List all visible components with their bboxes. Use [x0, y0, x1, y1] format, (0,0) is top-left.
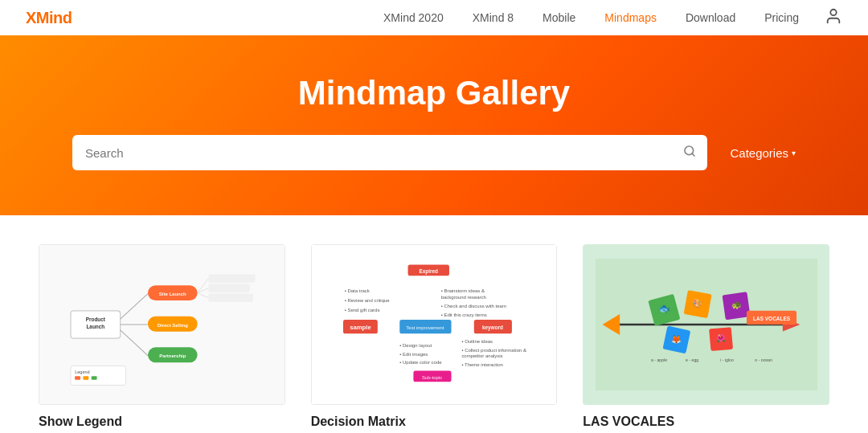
nav-item-xmind8[interactable]: XMind 8 — [473, 10, 514, 25]
svg-text:Launch: Launch — [87, 324, 105, 329]
svg-text:🐢: 🐢 — [731, 300, 741, 310]
svg-text:sample: sample — [350, 324, 371, 331]
card-thumb-show-legend: Product Launch Site Launch Direct Sellin… — [39, 244, 285, 405]
search-input[interactable] — [72, 135, 707, 170]
svg-text:🐟: 🐟 — [658, 302, 671, 314]
svg-text:Product: Product — [86, 317, 106, 322]
nav-item-download[interactable]: Download — [686, 10, 735, 25]
card-las-vocales[interactable]: 🐟 🎨 🐢 🦊 🌺 LAS VOCALES a - apple e - egg … — [583, 244, 829, 433]
svg-line-17 — [198, 293, 209, 298]
svg-rect-25 — [92, 376, 97, 379]
svg-text:🦊: 🦊 — [671, 334, 682, 345]
svg-text:• Data track: • Data track — [345, 288, 370, 293]
svg-text:a - apple: a - apple — [651, 357, 667, 362]
svg-text:🎨: 🎨 — [692, 298, 702, 308]
svg-text:• Collect product information : • Collect product information & — [461, 347, 526, 352]
svg-line-2 — [693, 153, 695, 156]
nav-item-pricing[interactable]: Pricing — [764, 10, 799, 25]
nav-links: XMind 2020 XMind 8 Mobile Mindmaps Downl… — [383, 10, 799, 25]
svg-text:• Design layout: • Design layout — [399, 343, 432, 348]
svg-rect-24 — [84, 376, 89, 379]
svg-text:competitor analysis: competitor analysis — [461, 353, 502, 358]
card-title-las-vocales: LAS VOCALES — [583, 415, 829, 429]
card-thumb-las-vocales: 🐟 🎨 🐢 🦊 🌺 LAS VOCALES a - apple e - egg … — [583, 244, 829, 405]
chevron-down-icon: ▾ — [792, 149, 796, 157]
search-row: Categories ▾ — [72, 135, 796, 170]
svg-text:i - igloo: i - igloo — [720, 357, 734, 362]
svg-text:Expired: Expired — [419, 268, 438, 275]
svg-text:• Outline ideas: • Outline ideas — [461, 339, 493, 344]
categories-button[interactable]: Categories ▾ — [730, 146, 796, 160]
svg-rect-23 — [75, 376, 80, 379]
nav-item-mobile[interactable]: Mobile — [542, 10, 575, 25]
svg-line-6 — [121, 293, 148, 319]
svg-text:• Send gift cards: • Send gift cards — [345, 308, 380, 312]
svg-text:• Brainstorm ideas &: • Brainstorm ideas & — [441, 288, 485, 293]
user-icon[interactable] — [825, 7, 842, 29]
svg-text:o - ocean: o - ocean — [755, 357, 772, 362]
svg-text:Direct Selling: Direct Selling — [158, 323, 189, 328]
svg-text:• Update color code: • Update color code — [399, 360, 442, 365]
svg-text:Site Launch: Site Launch — [159, 292, 186, 296]
hero-title: Mindmap Gallery — [298, 74, 570, 112]
svg-text:• Edit this crazy items: • Edit this crazy items — [441, 312, 487, 317]
svg-point-0 — [830, 9, 836, 14]
svg-text:• Review and critique: • Review and critique — [345, 298, 391, 303]
search-button[interactable] — [683, 145, 696, 161]
card-thumb-decision-matrix: Expired • Data track • Review and critiq… — [311, 244, 558, 405]
svg-text:background research: background research — [441, 294, 486, 299]
svg-text:• Theme interaction: • Theme interaction — [461, 362, 503, 366]
categories-label: Categories — [730, 146, 788, 160]
svg-text:🌺: 🌺 — [716, 333, 726, 343]
svg-line-8 — [121, 330, 148, 356]
card-decision-matrix[interactable]: Expired • Data track • Review and critiq… — [311, 244, 558, 433]
svg-rect-19 — [209, 284, 250, 292]
card-show-legend[interactable]: Product Launch Site Launch Direct Sellin… — [39, 244, 285, 433]
svg-text:• Edit images: • Edit images — [399, 352, 428, 357]
svg-text:Legend: Legend — [75, 370, 90, 374]
svg-text:Test improvement: Test improvement — [406, 325, 444, 330]
card-title-show-legend: Show Legend — [39, 415, 285, 429]
svg-text:• Check and discuss with team: • Check and discuss with team — [441, 304, 506, 308]
svg-text:Partnership: Partnership — [159, 353, 186, 358]
svg-rect-18 — [209, 274, 256, 282]
card-title-decision-matrix: Decision Matrix — [311, 415, 558, 429]
svg-text:keyword: keyword — [482, 325, 503, 331]
svg-text:Sub-topic: Sub-topic — [422, 375, 442, 380]
svg-text:LAS VOCALES: LAS VOCALES — [753, 316, 791, 321]
search-input-wrap — [72, 135, 707, 170]
gallery-section: Product Launch Site Launch Direct Sellin… — [0, 215, 868, 433]
svg-rect-20 — [209, 293, 254, 301]
hero-section: Mindmap Gallery Categories ▾ — [0, 35, 868, 215]
svg-text:e - egg: e - egg — [686, 357, 698, 362]
nav-item-mindmaps[interactable]: Mindmaps — [604, 10, 657, 25]
navbar: XMind XMind 2020 XMind 8 Mobile Mindmaps… — [0, 0, 868, 35]
gallery-grid: Product Launch Site Launch Direct Sellin… — [39, 244, 829, 433]
logo[interactable]: XMind — [26, 9, 72, 27]
nav-item-xmind2020[interactable]: XMind 2020 — [383, 10, 444, 25]
